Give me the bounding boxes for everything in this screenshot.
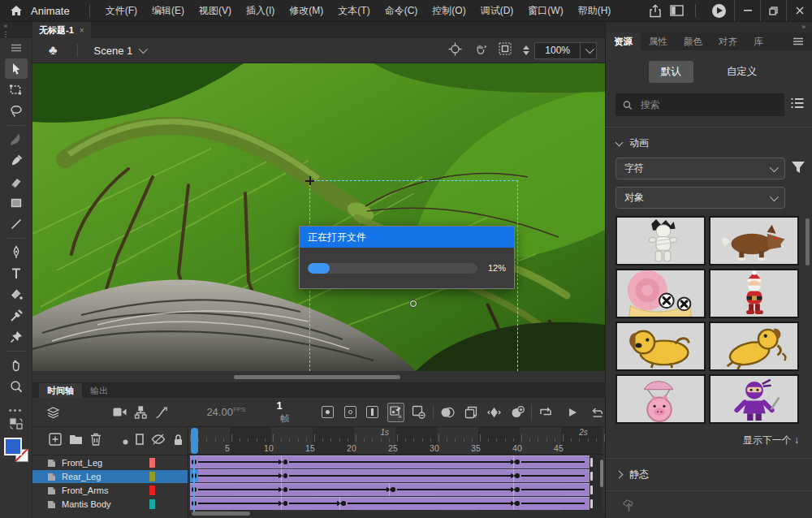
step-back-icon[interactable]: [590, 404, 605, 421]
upload-asset-icon[interactable]: [606, 491, 812, 516]
rectangle-tool-icon[interactable]: [5, 192, 28, 213]
zoom-stepper[interactable]: [523, 45, 529, 55]
timeline-track-Mantis Body[interactable]: [188, 497, 605, 510]
menu-item[interactable]: 插入(I): [239, 0, 282, 22]
layer-color-chip[interactable]: [149, 486, 155, 495]
timeline-tab-时间轴[interactable]: 时间轴: [39, 383, 82, 398]
asset-search-input[interactable]: [639, 98, 777, 111]
collapse-left-icon[interactable]: «: [3, 23, 7, 29]
menu-item[interactable]: 帮助(H): [571, 0, 619, 22]
tools-panel-menu-icon[interactable]: [11, 41, 22, 55]
timeline-tab-输出[interactable]: 输出: [82, 383, 116, 398]
playhead-marker[interactable]: [191, 428, 198, 454]
free-transform-tool-icon[interactable]: [5, 80, 28, 100]
fluid-brush-tool-icon[interactable]: [5, 129, 28, 149]
text-tool-icon[interactable]: [5, 263, 28, 283]
timeline-track-Rear_Leg[interactable]: [188, 469, 605, 482]
timeline-tracks[interactable]: [188, 455, 605, 512]
timeline-frames-area[interactable]: 510152025303540451s2s: [188, 427, 605, 518]
panel-tab-资源[interactable]: 资源: [606, 32, 641, 50]
insert-frame-icon[interactable]: [365, 404, 380, 421]
panel-tab-颜色[interactable]: 颜色: [676, 32, 710, 50]
keyframe-dot[interactable]: [515, 460, 520, 464]
menu-item[interactable]: 编辑(E): [145, 0, 192, 22]
layer-row[interactable]: Front_Arms: [32, 484, 188, 497]
asset-thumbnail-dog[interactable]: [615, 322, 706, 371]
close-button[interactable]: [786, 0, 812, 21]
zoom-dropdown-chevron-icon[interactable]: [580, 43, 596, 58]
timeline-ruler[interactable]: 510152025303540451s2s: [188, 427, 605, 455]
keyframe-dot[interactable]: [515, 487, 520, 492]
show-next-link[interactable]: 显示下一个 ↓: [606, 424, 812, 447]
keyframe-dot[interactable]: [283, 460, 288, 464]
insert-keyframe-icon[interactable]: [320, 404, 335, 421]
scene-dropdown-chevron-icon[interactable]: [139, 45, 148, 54]
asset-thumbnail-pig-parachute[interactable]: [615, 374, 706, 424]
asset-thumbnail-mummy[interactable]: [615, 216, 706, 265]
scene-name[interactable]: Scene 1: [94, 45, 133, 57]
eraser-tool-icon[interactable]: [5, 171, 28, 192]
more-tools-icon[interactable]: •••: [9, 405, 24, 415]
timeline-track-Front_Leg[interactable]: [188, 455, 605, 468]
add-tween-frame-icon[interactable]: [510, 404, 525, 421]
keyframe-dot[interactable]: [283, 487, 288, 492]
home-icon[interactable]: [10, 5, 23, 16]
insert-blank-keyframe-icon[interactable]: [343, 404, 358, 421]
layer-parenting-icon[interactable]: [133, 404, 149, 421]
panel-tab-对齐[interactable]: 对齐: [710, 32, 745, 50]
list-view-icon[interactable]: [791, 97, 804, 112]
panel-collapse-strip-right[interactable]: »: [606, 22, 812, 32]
asset-thumbnail-werewolf[interactable]: [709, 216, 799, 265]
layer-color-chip[interactable]: [149, 472, 155, 481]
transform-point[interactable]: [410, 300, 417, 307]
share-icon[interactable]: [645, 2, 666, 19]
menu-item[interactable]: 修改(M): [282, 0, 330, 22]
assets-scrollbar[interactable]: [806, 218, 810, 265]
layers-stack-icon[interactable]: [45, 404, 61, 421]
stage-scrollbar-thumb[interactable]: [234, 375, 400, 379]
document-tab[interactable]: 无标题-1 ×: [32, 22, 91, 38]
animation-section-header[interactable]: 动画: [606, 127, 812, 150]
quick-share-play-icon[interactable]: [712, 4, 726, 18]
auto-keyframe-toggle[interactable]: A: [387, 403, 404, 422]
document-tab-close-icon[interactable]: ×: [80, 26, 84, 35]
layer-row[interactable]: Front_Leg: [32, 456, 188, 469]
asset-thumbnail-ninja[interactable]: [709, 374, 799, 424]
asset-warp-tool-icon[interactable]: [5, 326, 28, 347]
keyframe-dot[interactable]: [283, 473, 288, 478]
static-section-header[interactable]: 静态: [606, 459, 812, 481]
onion-skin-icon[interactable]: [440, 404, 456, 421]
asset-thumbnail-snail[interactable]: [615, 269, 706, 318]
menu-item[interactable]: 命令(C): [378, 0, 425, 22]
panel-tab-属性[interactable]: 属性: [641, 32, 676, 50]
asset-thumbnail-santa[interactable]: [709, 269, 799, 318]
asset-search-box[interactable]: [615, 93, 784, 116]
layer-row[interactable]: Mantis Body: [32, 498, 188, 511]
paint-bucket-tool-icon[interactable]: [5, 284, 28, 304]
timeline-vertical-scrollbar[interactable]: [600, 460, 603, 487]
keyframe-dot[interactable]: [391, 487, 395, 492]
selection-tool-icon[interactable]: [5, 58, 28, 79]
highlight-layer-dot-icon[interactable]: [123, 434, 128, 448]
panel-collapse-strip[interactable]: « ⋮: [0, 22, 11, 38]
loop-playback-icon[interactable]: [538, 404, 554, 421]
menu-item[interactable]: 调试(D): [473, 0, 521, 22]
rotate-stage-icon[interactable]: [473, 42, 487, 59]
swap-colors-icon[interactable]: [10, 418, 23, 433]
edit-multiple-frames-icon[interactable]: [464, 404, 479, 421]
camera-icon[interactable]: [113, 404, 128, 421]
keyframe-dot[interactable]: [515, 473, 520, 478]
panel-tab-库[interactable]: 库: [745, 32, 771, 50]
frame-graph-icon[interactable]: [154, 404, 170, 421]
layer-color-chip[interactable]: [149, 499, 155, 509]
keyframe-dot[interactable]: [341, 501, 346, 506]
collapse-right-icon[interactable]: »: [801, 24, 806, 31]
eyedropper-tool-icon[interactable]: [5, 305, 28, 326]
mode-button-自定义[interactable]: 自定义: [715, 61, 770, 83]
delete-layer-icon[interactable]: [90, 433, 102, 449]
lasso-tool-icon[interactable]: [5, 101, 28, 121]
stage-horizontal-scrollbar[interactable]: [32, 371, 605, 383]
timeline-track-Front_Arms[interactable]: [188, 483, 605, 496]
layer-color-chip[interactable]: [149, 458, 155, 468]
menu-item[interactable]: 控制(O): [425, 0, 473, 22]
